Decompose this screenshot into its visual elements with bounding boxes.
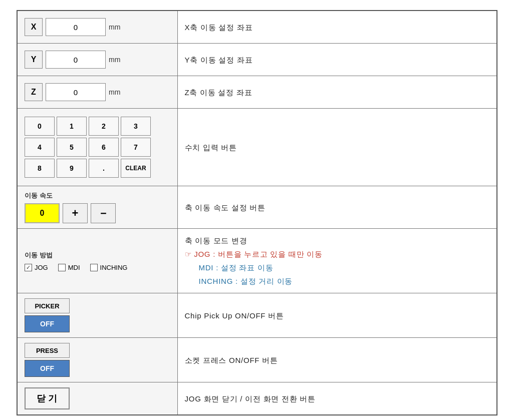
inching-checkbox[interactable]	[90, 264, 98, 271]
z-unit: mm	[109, 88, 120, 96]
numpad-key-8[interactable]: 8	[25, 159, 55, 178]
method-inching-option[interactable]: INCHING	[90, 264, 128, 271]
y-axis-desc: Y축 이동 설정 좌표	[177, 44, 497, 76]
speed-controls: 0 + －	[25, 203, 170, 223]
picker-row: PICKER OFF Chip Pick Up ON/OFF 버튼	[17, 293, 497, 338]
press-label-button[interactable]: PRESS	[25, 343, 70, 358]
numpad-key-6[interactable]: 6	[89, 138, 119, 157]
z-label: Z	[25, 83, 43, 101]
close-row: 닫 기 JOG 화면 닫기 / 이전 화면 전환 버튼	[17, 382, 497, 415]
picker-toggle-button[interactable]: OFF	[25, 315, 70, 332]
numpad-key-5[interactable]: 5	[57, 138, 87, 157]
z-axis-desc: Z축 이동 설정 좌표	[177, 76, 497, 109]
speed-display: 0	[25, 203, 60, 223]
z-input[interactable]: 0	[46, 83, 106, 101]
method-desc-jog: ☞ JOG : 버튼을 누르고 있을 때만 이동	[185, 247, 490, 261]
numpad-row: 0123456789.CLEAR 수치 입력 버튼	[17, 109, 497, 186]
y-axis-row: Y 0 mm Y축 이동 설정 좌표	[17, 44, 497, 76]
close-cell: 닫 기	[17, 382, 177, 415]
press-cell: PRESS OFF	[17, 338, 177, 382]
method-desc-inching: INCHING : 설정 거리 이동	[185, 274, 490, 288]
close-desc: JOG 화면 닫기 / 이전 화면 전환 버튼	[177, 382, 497, 415]
speed-row: 이동 속도 0 + － 축 이동 속도 설정 버튼	[17, 186, 497, 229]
method-desc-mdi: MDI : 설정 좌표 이동	[185, 261, 490, 274]
x-unit: mm	[109, 23, 120, 31]
method-row: 이동 방법 JOG MDI INCHING 축 이동 모드 변경 ☞ JOG :…	[17, 229, 497, 293]
picker-desc: Chip Pick Up ON/OFF 버튼	[177, 293, 497, 338]
x-axis-cell: X 0 mm	[17, 11, 177, 44]
method-cell: 이동 방법 JOG MDI INCHING	[17, 229, 177, 293]
numpad: 0123456789.CLEAR	[25, 114, 170, 181]
close-button[interactable]: 닫 기	[25, 387, 70, 409]
jog-label: JOG	[35, 264, 48, 271]
method-section-label: 이동 방법	[25, 251, 170, 260]
mdi-checkbox[interactable]	[58, 264, 66, 271]
speed-cell: 이동 속도 0 + －	[17, 186, 177, 229]
speed-desc: 축 이동 속도 설정 버튼	[177, 186, 497, 229]
method-options: JOG MDI INCHING	[25, 264, 170, 271]
numpad-key-4[interactable]: 4	[25, 138, 55, 157]
y-axis-cell: Y 0 mm	[17, 44, 177, 76]
y-unit: mm	[109, 56, 120, 64]
numpad-desc: 수치 입력 버튼	[177, 109, 497, 186]
numpad-key-3[interactable]: 3	[121, 117, 151, 136]
x-label: X	[25, 18, 43, 36]
z-axis-cell: Z 0 mm	[17, 76, 177, 109]
method-desc-line1: 축 이동 모드 변경	[185, 234, 490, 247]
method-jog-option[interactable]: JOG	[25, 264, 48, 271]
numpad-key-7[interactable]: 7	[121, 138, 151, 157]
y-axis-controls: Y 0 mm	[25, 49, 170, 71]
picker-cell: PICKER OFF	[17, 293, 177, 338]
z-axis-row: Z 0 mm Z축 이동 설정 좌표	[17, 76, 497, 109]
numpad-key-clear[interactable]: CLEAR	[121, 159, 151, 178]
method-desc-cell: 축 이동 모드 변경 ☞ JOG : 버튼을 누르고 있을 때만 이동 MDI …	[177, 229, 497, 293]
y-input[interactable]: 0	[46, 51, 106, 69]
y-label: Y	[25, 51, 43, 69]
numpad-key-1[interactable]: 1	[57, 117, 87, 136]
numpad-key-2[interactable]: 2	[89, 117, 119, 136]
x-input[interactable]: 0	[46, 18, 106, 36]
press-toggle-button[interactable]: OFF	[25, 360, 70, 377]
numpad-cell: 0123456789.CLEAR	[17, 109, 177, 186]
numpad-key-0[interactable]: 0	[25, 117, 55, 136]
main-table: X 0 mm X축 이동 설정 좌표 Y 0 mm Y축 이동 설정 좌표 Z …	[17, 10, 497, 415]
method-mdi-option[interactable]: MDI	[58, 264, 80, 271]
x-axis-desc: X축 이동 설정 좌표	[177, 11, 497, 44]
numpad-key-9[interactable]: 9	[57, 159, 87, 178]
x-axis-controls: X 0 mm	[25, 16, 170, 38]
inching-label: INCHING	[100, 264, 128, 271]
jog-checkbox[interactable]	[25, 264, 32, 271]
z-axis-controls: Z 0 mm	[25, 81, 170, 103]
speed-minus-button[interactable]: －	[91, 203, 116, 223]
speed-plus-button[interactable]: +	[63, 203, 88, 223]
picker-label-button[interactable]: PICKER	[25, 298, 70, 313]
press-row: PRESS OFF 소켓 프레스 ON/OFF 버튼	[17, 338, 497, 382]
press-desc: 소켓 프레스 ON/OFF 버튼	[177, 338, 497, 382]
mdi-label: MDI	[68, 264, 80, 271]
numpad-key-.[interactable]: .	[89, 159, 119, 178]
picker-section: PICKER OFF	[25, 298, 170, 332]
x-axis-row: X 0 mm X축 이동 설정 좌표	[17, 11, 497, 44]
press-section: PRESS OFF	[25, 343, 170, 377]
speed-section-label: 이동 속도	[25, 191, 170, 200]
